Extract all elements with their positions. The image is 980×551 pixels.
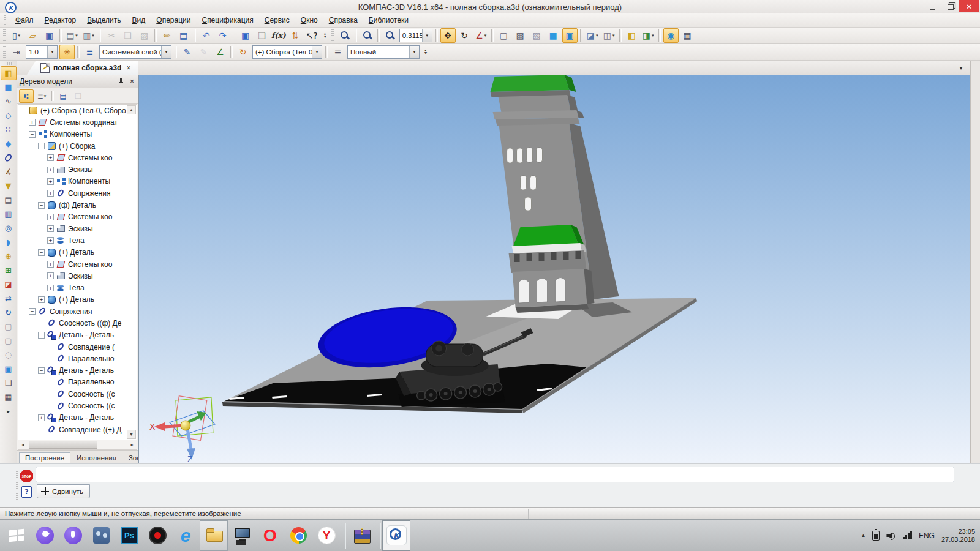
normal-orientation-button[interactable]: ∠ [213,45,228,59]
copy-button[interactable]: ❏ [120,28,135,43]
layers-button[interactable]: ≣ [82,45,97,59]
menu-item-Файл[interactable]: Файл [10,14,39,26]
combo-arrow-icon[interactable]: ▾ [312,46,322,58]
toolbar-overflow-icon[interactable]: ▪▾ [421,45,430,59]
tree-item[interactable]: +Системы координат [18,116,137,128]
viewport-canvas[interactable]: X Z [139,75,970,463]
internet-explorer[interactable]: e [172,520,200,551]
report-button[interactable]: ▥ [1,207,17,221]
orientation-button[interactable]: ∠▾ [473,28,489,43]
move-tab[interactable]: Сдвинуть [37,484,90,498]
fix-component-button[interactable]: ▣ [1,362,17,376]
tree-item[interactable]: Совпадение ((+) Д [18,424,137,435]
detail-level-combo[interactable]: Полный▾ [347,45,420,59]
print-preview-button[interactable]: ▥▾ [81,28,96,43]
photoshop[interactable]: Ps [115,520,143,551]
dropdown-arrow-icon[interactable]: ▾ [44,94,47,99]
menu-grip[interactable] [4,15,6,25]
toolbar-grip[interactable] [3,29,6,42]
redo-button[interactable]: ↷ [215,28,230,43]
tray-expand-icon[interactable]: ▲ [861,533,866,538]
toolbar-overflow-icon[interactable]: ▪▾ [321,28,330,43]
hide-objects-button[interactable]: ◪▾ [585,28,600,43]
tree-item[interactable]: +Деталь - Деталь [18,412,137,424]
clock[interactable]: 23:05 27.03.2018 [941,528,975,544]
tree-item[interactable]: Соосность ((с [18,400,137,411]
toolbar-grip[interactable] [331,29,334,42]
edit-component-button[interactable]: ◪ [1,277,17,291]
tree-item[interactable]: +Тела [18,282,137,293]
property-message-input[interactable] [36,467,954,482]
paste-button[interactable]: ▨ [137,28,152,43]
cut-button[interactable]: ✂ [104,28,119,43]
start-button[interactable] [2,520,31,551]
tree-expander-icon[interactable]: − [38,143,45,149]
microphone[interactable] [59,520,87,551]
scrollbar-thumb[interactable] [29,441,97,449]
opera[interactable]: O [256,520,284,551]
large-assembly-mode-button[interactable]: ▦ [680,28,695,43]
menu-item-Окно[interactable]: Окно [295,14,323,26]
tree-composition-button[interactable]: ≣▾ [34,89,49,103]
shaded-with-edges-button[interactable]: ▣ [562,28,578,43]
tree-item[interactable]: Параллельно [18,353,137,364]
library-manager-button[interactable]: ❑ [254,28,270,43]
tree-item[interactable]: −Компоненты [18,129,137,140]
tree-expander-icon[interactable]: + [47,154,54,161]
tree-item[interactable]: −(+) Сборка [18,140,137,152]
close-button[interactable]: × [959,0,979,12]
speaker-icon[interactable] [886,531,896,540]
tree-expander-icon[interactable]: + [47,285,54,291]
tree-expander-icon[interactable]: + [47,190,54,197]
help-icon[interactable]: ? [21,486,32,498]
screen-recorder[interactable] [143,520,172,551]
specification-button[interactable]: ▤ [1,193,17,207]
menu-item-Выделить[interactable]: Выделить [81,14,126,26]
open-document-button[interactable]: ▱ [25,28,40,43]
fx-variables-button[interactable]: f(x) [271,28,287,43]
scroll-left-icon[interactable]: ◂ [18,442,28,448]
auxiliary-geometry-button[interactable]: ◆ [1,137,17,151]
property-bar-grip[interactable] [16,468,18,502]
tree-item[interactable]: +Системы коо [18,258,137,270]
tree-expander-icon[interactable]: + [47,237,54,244]
combo-arrow-icon[interactable]: ▾ [161,46,171,58]
kompas-3d[interactable]: K [382,520,410,551]
tree-item[interactable]: Совпадение ( [18,341,137,353]
move-component-ghost-button[interactable]: ▢ [1,320,17,334]
print-button[interactable]: ▤▾ [64,28,80,43]
document-tab[interactable]: полная сборка.a3d × [27,61,138,75]
language-indicator[interactable]: ENG [919,531,935,540]
relations-report-button[interactable]: ▤ [56,89,70,103]
dropdown-arrow-icon[interactable]: ▾ [75,33,78,38]
tree-expander-icon[interactable]: − [38,202,45,209]
zoom-by-selection-button[interactable] [337,28,352,43]
left-toolbar-grip[interactable] [4,62,13,65]
tree-item[interactable]: +Эскизы [18,223,137,234]
check-position-button[interactable]: ◎ [1,221,17,235]
quick-planes-button[interactable]: ◨▾ [641,28,656,43]
mates-button[interactable] [1,151,17,165]
sketch-mode-button[interactable]: ✎ [179,45,195,59]
surface-body-button[interactable]: ◇ [1,108,17,122]
tree-expander-icon[interactable]: + [47,272,54,279]
tree-expander-icon[interactable]: + [29,119,36,126]
tree-expander-icon[interactable]: + [38,414,45,421]
tree-item[interactable]: −Деталь - Деталь [18,365,137,377]
tree-item[interactable]: +Тела [18,234,137,246]
tree-expander-icon[interactable]: − [38,367,45,374]
tab-Исполнения[interactable]: Исполнения [70,452,123,463]
menu-item-Спецификация[interactable]: Спецификация [196,14,258,26]
tree-expander-icon[interactable]: + [47,261,54,268]
rebuild-model-button[interactable]: ↻ [235,45,251,59]
hidden-lines-thin-button[interactable]: ▧ [529,28,545,43]
hidden-lines-button[interactable]: ▩ [513,28,528,43]
tree-item[interactable]: Соосность ((ф) Де [18,317,137,329]
tree-item[interactable]: −Деталь - Деталь [18,329,137,341]
tab-Построение[interactable]: Построение [19,452,70,463]
tab-close-icon[interactable]: × [125,64,132,72]
specification-window-button[interactable]: ▤ [176,28,191,43]
variables-window-button[interactable]: ▣ [238,28,253,43]
copy-properties-button[interactable]: ✏ [159,28,175,43]
menu-item-Вид[interactable]: Вид [127,14,151,26]
